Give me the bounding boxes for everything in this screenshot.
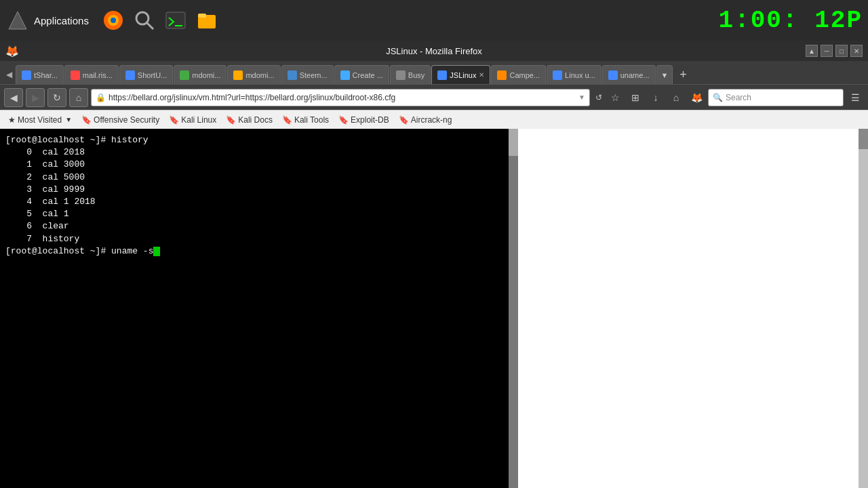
tab-mailris[interactable]: mail.ris... <box>64 65 119 84</box>
tab-favicon-tshar <box>22 70 31 80</box>
terminal-line-5: 5 cal 1 <box>5 208 503 220</box>
url-dropdown-icon[interactable]: ▼ <box>578 94 585 101</box>
tab-favicon-shortu <box>125 70 135 80</box>
tab-favicon-campe <box>497 70 507 80</box>
terminal-history-cmd: [root@localhost ~]# history <box>5 134 503 146</box>
tab-favicon-linuxu <box>553 70 562 80</box>
back-button[interactable]: ◀ <box>4 88 23 107</box>
bookmark-most-visited-icon: ★ <box>8 115 16 125</box>
url-reload-button[interactable]: ↺ <box>594 92 604 104</box>
svg-point-3 <box>111 18 116 23</box>
bookmark-kali-docs[interactable]: 🔖 Kali Docs <box>222 114 277 126</box>
svg-point-4 <box>136 12 149 24</box>
kali-docs-icon: 🔖 <box>226 115 236 125</box>
search-taskbar-icon[interactable] <box>131 7 158 34</box>
tab-bar: ◀ tShar... mail.ris... ShortU... mdomi..… <box>0 61 868 84</box>
window-minimize[interactable]: ─ <box>821 45 833 57</box>
bookmark-star-icon[interactable]: ☆ <box>606 89 624 106</box>
terminal-line-7: 7 history <box>5 233 503 245</box>
applications-menu[interactable] <box>5 8 30 33</box>
terminal-line-6: 6 clear <box>5 220 503 232</box>
svg-line-5 <box>147 23 153 29</box>
terminal-line-1: 1 cal 3000 <box>5 159 503 171</box>
menu-button[interactable]: ☰ <box>846 89 864 106</box>
browser-title: JSLinux - Mozilla Firefox <box>386 46 482 56</box>
tab-favicon-steem <box>288 70 297 80</box>
tab-uname[interactable]: uname... <box>602 65 656 84</box>
nav-bar: ◀ ▶ ↻ ⌂ 🔒 https://bellard.org/jslinux/vm… <box>0 84 868 110</box>
tab-campe[interactable]: Campe... <box>491 65 546 84</box>
terminal-scrollbar[interactable] <box>509 129 518 488</box>
svg-rect-9 <box>198 14 206 18</box>
terminal-line-2: 2 cal 5000 <box>5 171 503 184</box>
tab-steem[interactable]: Steem... <box>281 65 334 84</box>
terminal-line-3: 3 cal 9999 <box>5 184 503 196</box>
terminal-cursor <box>153 247 160 256</box>
tab-favicon-mdomi1 <box>180 70 189 80</box>
firefox-account-icon[interactable]: 🦊 <box>688 89 705 106</box>
tab-favicon-busy <box>396 70 406 80</box>
forward-button[interactable]: ▶ <box>26 88 45 107</box>
files-taskbar-icon[interactable] <box>193 7 220 34</box>
tab-mdomi1[interactable]: mdomi... <box>174 65 226 84</box>
terminal-current-line: [root@localhost ~]# uname -s <box>5 245 503 258</box>
search-bar-icon: 🔍 <box>713 93 723 102</box>
applications-label: Applications <box>34 15 89 26</box>
title-bar: 🦊 JSLinux - Mozilla Firefox ▲ ─ □ ✕ <box>0 41 868 61</box>
new-tab-button[interactable]: + <box>673 65 692 84</box>
search-placeholder: Search <box>726 93 751 102</box>
tab-linuxu[interactable]: Linux u... <box>547 65 601 84</box>
bookmarks-bar: ★ Most Visited ▼ 🔖 Offensive Security 🔖 … <box>0 110 868 129</box>
window-close[interactable]: ✕ <box>850 45 863 57</box>
tab-favicon-uname <box>608 70 618 80</box>
window-controls: ▲ ─ □ ✕ <box>806 45 863 57</box>
tab-overflow-menu[interactable]: ▼ <box>656 65 673 84</box>
home-button[interactable]: ⌂ <box>69 88 88 107</box>
kali-linux-icon: 🔖 <box>169 115 179 125</box>
terminal-line-0: 0 cal 2018 <box>5 146 503 159</box>
most-visited-arrow-icon: ▼ <box>65 116 72 123</box>
bookmark-kali-linux[interactable]: 🔖 Kali Linux <box>165 114 220 126</box>
window-maximize[interactable]: □ <box>835 45 848 57</box>
url-bar[interactable]: 🔒 https://bellard.org/jslinux/vm.html?ur… <box>91 89 590 106</box>
tab-create[interactable]: Create ... <box>334 65 389 84</box>
browser-chrome: 🦊 JSLinux - Mozilla Firefox ▲ ─ □ ✕ ◀ tS… <box>0 41 868 129</box>
tab-favicon-jslinux <box>437 70 447 80</box>
bookmark-exploit-db[interactable]: 🔖 Exploit-DB <box>334 114 393 126</box>
bookmark-most-visited[interactable]: ★ Most Visited ▼ <box>4 114 76 126</box>
taskbar: Applications 1:00: 12P <box>0 0 868 41</box>
main-content: [root@localhost ~]# history 0 cal 2018 1… <box>0 129 868 488</box>
tab-favicon-mdomi2 <box>233 70 243 80</box>
bookmark-offensive-security[interactable]: 🔖 Offensive Security <box>77 114 163 126</box>
exploit-db-icon: 🔖 <box>338 115 349 125</box>
tab-favicon-mailris <box>71 70 80 80</box>
right-panel <box>518 129 868 488</box>
firefox-taskbar-icon[interactable] <box>100 7 127 34</box>
reload-button[interactable]: ↻ <box>47 88 66 107</box>
home-nav-icon[interactable]: ⌂ <box>667 89 685 106</box>
tab-scroll-left[interactable]: ◀ <box>3 65 15 84</box>
tab-close-jslinux[interactable]: ✕ <box>479 71 484 79</box>
browser-logo-icon: 🦊 <box>5 45 19 58</box>
window-scroll-up[interactable]: ▲ <box>806 45 818 57</box>
bookmark-aircrack[interactable]: 🔖 Aircrack-ng <box>395 114 456 126</box>
url-text: https://bellard.org/jslinux/vm.html?url=… <box>108 93 576 102</box>
page-scroll-thumb[interactable] <box>859 129 868 149</box>
offensive-security-icon: 🔖 <box>81 115 92 125</box>
tab-favicon-create <box>340 70 350 80</box>
terminal-taskbar-icon[interactable] <box>162 7 189 34</box>
page-scrollbar[interactable] <box>859 129 868 488</box>
terminal-panel[interactable]: [root@localhost ~]# history 0 cal 2018 1… <box>0 129 509 488</box>
tab-shortu[interactable]: ShortU... <box>119 65 173 84</box>
downloads-icon[interactable]: ↓ <box>647 89 665 106</box>
tab-tshar[interactable]: tShar... <box>16 65 64 84</box>
tab-busy[interactable]: Busy <box>390 65 431 84</box>
synced-tabs-icon[interactable]: ⊞ <box>627 89 644 106</box>
tab-jslinux[interactable]: JSLinux ✕ <box>431 65 490 84</box>
svg-marker-0 <box>9 12 26 29</box>
kali-tools-icon: 🔖 <box>282 115 292 125</box>
search-bar[interactable]: 🔍 Search <box>708 89 844 106</box>
tab-mdomi2[interactable]: mdomi... <box>227 65 280 84</box>
bookmark-kali-tools[interactable]: 🔖 Kali Tools <box>278 114 333 126</box>
terminal-scroll-thumb[interactable] <box>509 129 518 156</box>
